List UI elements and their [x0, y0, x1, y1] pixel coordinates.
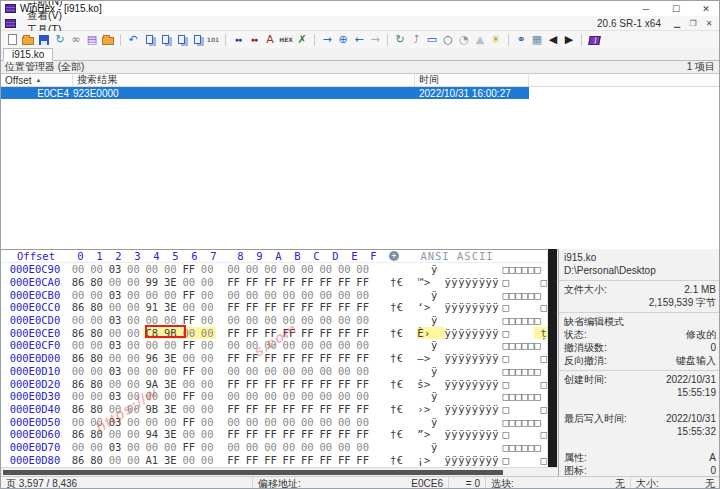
- hex-byte[interactable]: FF: [280, 403, 298, 415]
- hex-row-000E0D30[interactable]: 000E0D30000003000000FF000000000000000000…: [1, 390, 547, 403]
- hex-byte[interactable]: 00: [335, 441, 353, 453]
- hex-byte[interactable]: 03: [106, 416, 124, 428]
- find-text-icon[interactable]: A: [262, 32, 278, 47]
- goto-offset-icon[interactable]: ⊕: [335, 32, 351, 47]
- gather-icon[interactable]: ◔: [456, 32, 472, 47]
- replace-hex-icon[interactable]: ✗: [294, 32, 310, 47]
- hex-byte[interactable]: 80: [87, 352, 105, 364]
- hex-byte[interactable]: 00: [87, 289, 105, 301]
- hex-byte[interactable]: 00: [335, 365, 353, 377]
- hex-byte[interactable]: 00: [224, 314, 242, 326]
- hex-byte[interactable]: FF: [280, 301, 298, 313]
- copy-block-icon[interactable]: [157, 32, 173, 47]
- hex-byte[interactable]: FF: [224, 276, 242, 288]
- hex-byte[interactable]: FF: [335, 454, 353, 466]
- hex-byte[interactable]: 00: [280, 365, 298, 377]
- hex-byte[interactable]: FF: [298, 428, 316, 440]
- hex-byte[interactable]: 9A: [143, 378, 161, 390]
- help-book-icon[interactable]: [586, 32, 602, 47]
- hex-byte[interactable]: FF: [224, 301, 242, 313]
- hex-byte[interactable]: 00: [161, 289, 179, 301]
- hex-byte[interactable]: 00: [106, 403, 124, 415]
- hex-byte[interactable]: 00: [353, 365, 371, 377]
- find-icon[interactable]: ●●: [230, 32, 246, 47]
- vertical-scrollbar-thumb[interactable]: [548, 249, 557, 467]
- hex-byte[interactable]: 00: [317, 289, 335, 301]
- hex-byte[interactable]: 00: [124, 454, 142, 466]
- hex-byte[interactable]: 03: [106, 339, 124, 351]
- horizontal-scrollbar-thumb[interactable]: [3, 470, 503, 475]
- alt-charset-text[interactable]: □ □: [502, 454, 547, 466]
- hex-row-000E0CB0[interactable]: 000E0CB0000003000000FF000000000000000000…: [1, 288, 547, 301]
- hex-byte[interactable]: FF: [353, 352, 371, 364]
- ascii-text[interactable]: †€ È› ÿÿÿÿÿÿÿÿ: [390, 327, 501, 339]
- hex-byte[interactable]: 00: [124, 301, 142, 313]
- hex-byte[interactable]: 00: [87, 390, 105, 402]
- copy-binary-icon[interactable]: 101: [205, 32, 221, 47]
- hex-byte[interactable]: 00: [198, 390, 216, 402]
- hex-byte[interactable]: 00: [224, 416, 242, 428]
- hex-byte[interactable]: 00: [69, 390, 87, 402]
- hex-byte[interactable]: 80: [87, 276, 105, 288]
- hex-byte[interactable]: FF: [180, 339, 198, 351]
- hex-byte[interactable]: FF: [335, 276, 353, 288]
- hex-byte[interactable]: 00: [261, 289, 279, 301]
- copy-hex-icon[interactable]: [189, 32, 205, 47]
- hex-byte[interactable]: 00: [224, 365, 242, 377]
- hex-byte[interactable]: 00: [198, 327, 216, 339]
- hex-byte[interactable]: 00: [243, 339, 261, 351]
- hex-row-000E0D20[interactable]: 000E0D20868000009A3E0000FFFFFFFFFFFFFFFF…: [1, 377, 547, 390]
- hex-byte[interactable]: 00: [353, 263, 371, 275]
- hex-byte[interactable]: 00: [180, 428, 198, 440]
- alt-charset-text[interactable]: □□□□□□: [502, 263, 547, 275]
- hex-byte[interactable]: 00: [198, 378, 216, 390]
- hex-byte[interactable]: 00: [124, 378, 142, 390]
- hex-byte[interactable]: FF: [317, 352, 335, 364]
- hex-byte[interactable]: 00: [198, 454, 216, 466]
- hex-byte[interactable]: 03: [106, 263, 124, 275]
- hex-byte[interactable]: 3E: [161, 403, 179, 415]
- hex-byte[interactable]: FF: [298, 454, 316, 466]
- hex-byte[interactable]: FF: [180, 314, 198, 326]
- hex-byte[interactable]: 00: [143, 416, 161, 428]
- mdi-minimize-button[interactable]: ▁: [669, 19, 685, 28]
- hex-byte[interactable]: 00: [124, 289, 142, 301]
- ascii-text[interactable]: ÿ: [390, 314, 501, 326]
- ascii-text[interactable]: ÿ: [390, 390, 501, 402]
- hex-byte[interactable]: 00: [124, 276, 142, 288]
- hex-byte[interactable]: 00: [224, 263, 242, 275]
- hex-byte[interactable]: FF: [243, 327, 261, 339]
- hex-byte[interactable]: 00: [143, 339, 161, 351]
- hex-byte[interactable]: FF: [243, 454, 261, 466]
- hex-byte[interactable]: 00: [317, 416, 335, 428]
- hex-byte[interactable]: 00: [335, 314, 353, 326]
- hex-byte[interactable]: FF: [261, 428, 279, 440]
- hex-byte[interactable]: FF: [335, 403, 353, 415]
- column-header-result[interactable]: 搜索结果: [73, 74, 415, 86]
- hex-byte[interactable]: 00: [161, 263, 179, 275]
- horizontal-scrollbar[interactable]: [1, 467, 558, 476]
- hex-byte[interactable]: 00: [69, 365, 87, 377]
- hex-byte[interactable]: 00: [243, 314, 261, 326]
- hex-byte[interactable]: FF: [261, 454, 279, 466]
- ascii-text[interactable]: †€ ‘> ÿÿÿÿÿÿÿÿ: [390, 301, 501, 313]
- hex-byte[interactable]: 00: [106, 301, 124, 313]
- hex-byte[interactable]: FF: [353, 301, 371, 313]
- hex-byte[interactable]: 00: [317, 390, 335, 402]
- hex-byte[interactable]: 00: [243, 365, 261, 377]
- hex-byte[interactable]: 94: [143, 428, 161, 440]
- hex-byte[interactable]: 00: [87, 263, 105, 275]
- hex-byte[interactable]: 00: [124, 428, 142, 440]
- hex-byte[interactable]: FF: [317, 378, 335, 390]
- hex-byte[interactable]: 00: [198, 276, 216, 288]
- hex-byte[interactable]: FF: [261, 276, 279, 288]
- ram-editor-icon[interactable]: ▭: [424, 32, 440, 47]
- hex-byte[interactable]: 3E: [161, 378, 179, 390]
- hex-byte[interactable]: 00: [353, 416, 371, 428]
- hex-byte[interactable]: 00: [224, 441, 242, 453]
- hex-byte[interactable]: FF: [317, 301, 335, 313]
- hex-byte[interactable]: 80: [87, 428, 105, 440]
- hex-byte[interactable]: 00: [317, 441, 335, 453]
- hex-byte[interactable]: 3E: [161, 352, 179, 364]
- hex-byte[interactable]: 00: [224, 289, 242, 301]
